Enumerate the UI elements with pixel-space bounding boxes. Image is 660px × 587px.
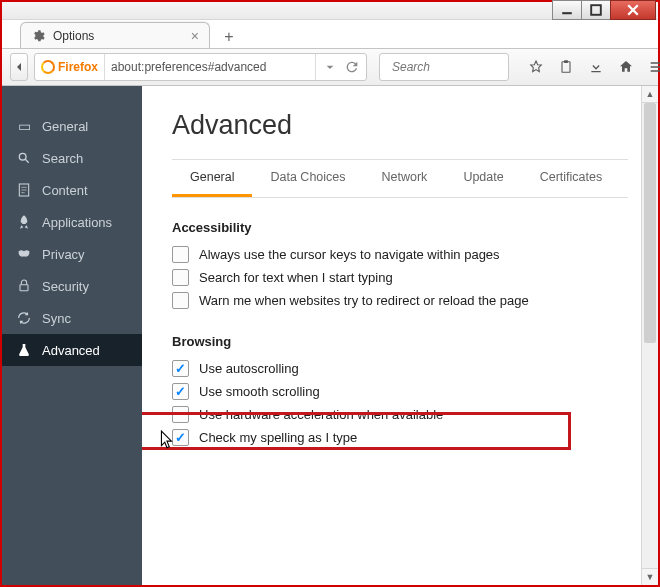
checkbox-label: Always use the cursor keys to navigate w… <box>199 247 500 262</box>
download-icon <box>588 59 604 75</box>
dropdown-history-icon[interactable] <box>322 59 338 75</box>
scroll-down-icon[interactable]: ▼ <box>642 568 658 585</box>
back-button[interactable] <box>10 53 28 81</box>
home-icon <box>618 59 634 75</box>
firefox-badge: Firefox <box>35 54 105 80</box>
arrow-left-icon <box>11 59 27 75</box>
checkbox-label: Use smooth scrolling <box>199 384 320 399</box>
mask-icon <box>16 246 32 262</box>
checkbox-cursor-keys[interactable] <box>172 246 189 263</box>
sidebar-item-sync[interactable]: Sync <box>2 302 142 334</box>
clipboard-icon <box>558 59 574 75</box>
sidebar-item-label: Sync <box>42 311 71 326</box>
search-icon <box>16 150 32 166</box>
checkbox-spellcheck[interactable] <box>172 429 189 446</box>
firefox-icon <box>41 60 55 74</box>
checkbox-label: Search for text when I start typing <box>199 270 393 285</box>
search-box[interactable] <box>379 53 509 81</box>
sidebar-item-label: Content <box>42 183 88 198</box>
sync-icon <box>16 310 32 326</box>
library-button[interactable] <box>551 53 581 81</box>
subtab-certificates[interactable]: Certificates <box>522 160 621 197</box>
checkbox-label: Warn me when websites try to redirect or… <box>199 293 529 308</box>
url-identity-box[interactable]: Firefox <box>34 53 367 81</box>
checkbox-hardware-acceleration[interactable] <box>172 406 189 423</box>
window-minimize-button[interactable] <box>552 0 582 20</box>
lock-icon <box>16 278 32 294</box>
svg-rect-7 <box>564 60 568 63</box>
scroll-thumb[interactable] <box>644 103 656 343</box>
sidebar-item-privacy[interactable]: Privacy <box>2 238 142 270</box>
star-icon <box>528 59 544 75</box>
identity-label: Firefox <box>58 60 98 74</box>
subtab-general[interactable]: General <box>172 160 252 197</box>
rocket-icon <box>16 214 32 230</box>
svg-rect-14 <box>20 285 28 291</box>
sidebar-item-applications[interactable]: Applications <box>2 206 142 238</box>
page-title: Advanced <box>172 110 628 141</box>
checkbox-search-on-type[interactable] <box>172 269 189 286</box>
svg-rect-6 <box>562 62 570 73</box>
sidebar-item-label: Privacy <box>42 247 85 262</box>
sidebar-item-label: Advanced <box>42 343 100 358</box>
sidebar-item-label: Search <box>42 151 83 166</box>
sidebar-item-label: General <box>42 119 88 134</box>
subtab-update[interactable]: Update <box>445 160 521 197</box>
checkbox-autoscrolling[interactable] <box>172 360 189 377</box>
section-accessibility-title: Accessibility <box>172 220 628 235</box>
document-icon <box>16 182 32 198</box>
advanced-subtabs: General Data Choices Network Update Cert… <box>172 159 628 198</box>
checkbox-redirect-warn[interactable] <box>172 292 189 309</box>
downloads-button[interactable] <box>581 53 611 81</box>
checkbox-label: Use hardware acceleration when available <box>199 407 443 422</box>
bookmark-star-button[interactable] <box>521 53 551 81</box>
window-close-button[interactable] <box>610 0 656 20</box>
new-tab-button[interactable]: + <box>216 26 242 48</box>
general-icon: ▭ <box>16 118 32 134</box>
svg-rect-1 <box>591 5 601 15</box>
flask-icon <box>16 342 32 358</box>
sidebar-item-label: Applications <box>42 215 112 230</box>
sidebar-item-security[interactable]: Security <box>2 270 142 302</box>
scroll-up-icon[interactable]: ▲ <box>642 86 658 103</box>
sidebar-item-search[interactable]: Search <box>2 142 142 174</box>
svg-line-9 <box>25 159 28 162</box>
sidebar-item-advanced[interactable]: Advanced <box>2 334 142 366</box>
svg-point-8 <box>19 153 26 160</box>
menu-button[interactable] <box>641 53 660 81</box>
checkbox-label: Check my spelling as I type <box>199 430 357 445</box>
section-browsing-title: Browsing <box>172 334 628 349</box>
tab-title: Options <box>53 29 94 43</box>
sidebar-item-label: Security <box>42 279 89 294</box>
preferences-content: Advanced General Data Choices Network Up… <box>142 86 658 585</box>
gear-icon <box>31 29 45 43</box>
reload-icon[interactable] <box>344 59 360 75</box>
vertical-scrollbar[interactable]: ▲ ▼ <box>641 86 658 585</box>
url-input[interactable] <box>105 54 315 80</box>
hamburger-icon <box>648 59 660 75</box>
tab-close-icon[interactable]: × <box>191 28 199 44</box>
sidebar-item-general[interactable]: ▭General <box>2 110 142 142</box>
sidebar-item-content[interactable]: Content <box>2 174 142 206</box>
preferences-sidebar: ▭General Search Content Applications Pri… <box>2 86 142 585</box>
subtab-network[interactable]: Network <box>364 160 446 197</box>
browser-tab-options[interactable]: Options × <box>20 22 210 48</box>
subtab-data-choices[interactable]: Data Choices <box>252 160 363 197</box>
window-maximize-button[interactable] <box>581 0 611 20</box>
checkbox-label: Use autoscrolling <box>199 361 299 376</box>
home-button[interactable] <box>611 53 641 81</box>
checkbox-smooth-scrolling[interactable] <box>172 383 189 400</box>
